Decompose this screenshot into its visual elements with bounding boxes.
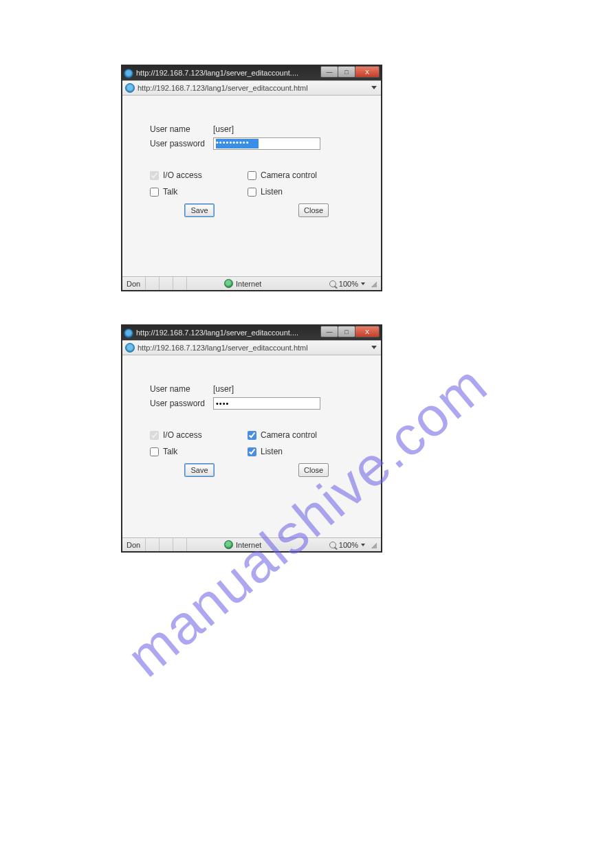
camera-control-check[interactable]: Camera control [248,430,317,440]
save-button[interactable]: Save [184,463,215,477]
listen-checkbox[interactable] [248,188,256,197]
status-zone: Internet [224,540,261,549]
minimize-button[interactable]: — [320,326,338,337]
zoom-dropdown-icon[interactable] [361,544,365,546]
zoom-value: 100% [339,541,358,549]
status-left-text: Don [122,277,146,290]
form-buttons: Save Close [150,463,367,477]
status-left-text: Don [122,538,146,551]
close-button[interactable]: Close [298,203,329,217]
window-controls: — □ X [321,326,380,337]
status-segments [146,277,187,290]
status-bar: Don Internet 100% [122,537,381,551]
save-button[interactable]: Save [184,203,215,217]
user-password-field-wrap: •••••••••• [213,137,320,150]
user-name-row: User name [user] [150,384,367,394]
zoom-control[interactable]: 100% [329,541,377,549]
talk-label: Talk [163,447,177,456]
address-url: http://192.168.7.123/lang1/server_editac… [138,344,308,352]
check-row-1: I/O access Camera control [150,170,367,180]
user-password-row: User password [150,397,367,410]
titlebar[interactable]: http://192.168.7.123/lang1/server_editac… [122,326,381,340]
browser-window-1: http://192.168.7.123/lang1/server_editac… [121,65,382,291]
listen-label: Listen [261,187,283,197]
status-zone: Internet [224,279,261,288]
user-password-input[interactable] [213,137,320,150]
user-name-label: User name [150,124,213,134]
titlebar[interactable]: http://192.168.7.123/lang1/server_editac… [122,66,381,80]
page-content: User name [user] User password •••••••••… [122,96,381,276]
talk-label: Talk [163,187,177,197]
user-password-label: User password [150,139,213,148]
close-button[interactable]: Close [298,463,329,477]
talk-check[interactable]: Talk [150,447,248,456]
form-buttons: Save Close [150,203,367,217]
user-password-input[interactable] [213,397,320,410]
zoom-dropdown-icon[interactable] [361,282,365,285]
globe-icon [224,279,233,288]
window-title: http://192.168.7.123/lang1/server_editac… [136,69,298,77]
magnifier-icon [329,542,336,548]
privileges-section: I/O access Camera control Talk Listen [150,170,367,197]
address-bar[interactable]: http://192.168.7.123/lang1/server_editac… [122,80,381,96]
io-access-checkbox[interactable] [150,431,159,440]
magnifier-icon [329,280,336,287]
privileges-section: I/O access Camera control Talk Listen [150,430,367,456]
io-access-check[interactable]: I/O access [150,170,248,180]
resize-grip-icon[interactable] [370,280,377,287]
resize-grip-icon[interactable] [370,542,377,548]
camera-control-label: Camera control [261,170,317,180]
listen-checkbox[interactable] [248,447,256,456]
listen-label: Listen [261,447,283,456]
camera-control-label: Camera control [261,430,317,440]
globe-icon [224,540,233,549]
ie-page-icon [125,343,135,353]
status-zone-text: Internet [236,541,261,549]
zoom-value: 100% [339,280,358,288]
camera-control-checkbox[interactable] [248,431,256,440]
listen-check[interactable]: Listen [248,447,283,456]
address-dropdown-icon[interactable] [371,346,377,349]
io-access-checkbox[interactable] [150,171,159,180]
maximize-button[interactable]: □ [338,66,355,78]
talk-checkbox[interactable] [150,188,159,197]
user-password-label: User password [150,399,213,408]
listen-check[interactable]: Listen [248,187,283,197]
status-zone-text: Internet [236,280,261,288]
browser-window-2: http://192.168.7.123/lang1/server_editac… [121,324,382,553]
ie-logo-icon [124,69,133,78]
window-controls: — □ X [321,66,380,78]
ie-page-icon [125,83,135,93]
close-window-button[interactable]: X [355,326,380,337]
status-bar: Don Internet 100% [122,276,381,290]
maximize-button[interactable]: □ [338,326,355,337]
user-name-value: [user] [213,124,234,134]
talk-checkbox[interactable] [150,447,159,456]
page-content: User name [user] User password I/O acces… [122,355,381,537]
io-access-check[interactable]: I/O access [150,430,248,440]
ie-logo-icon [124,329,133,338]
address-dropdown-icon[interactable] [371,86,377,89]
status-segments [146,538,187,551]
user-password-row: User password •••••••••• [150,137,367,150]
camera-control-checkbox[interactable] [248,171,256,180]
address-url: http://192.168.7.123/lang1/server_editac… [138,84,308,92]
user-name-value: [user] [213,384,234,394]
check-row-2: Talk Listen [150,447,367,456]
io-access-label: I/O access [163,170,202,180]
address-bar[interactable]: http://192.168.7.123/lang1/server_editac… [122,340,381,355]
user-name-row: User name [user] [150,124,367,134]
check-row-1: I/O access Camera control [150,430,367,440]
user-name-label: User name [150,384,213,394]
talk-check[interactable]: Talk [150,187,248,197]
close-window-button[interactable]: X [355,66,380,78]
window-title: http://192.168.7.123/lang1/server_editac… [136,329,298,337]
io-access-label: I/O access [163,430,202,440]
check-row-2: Talk Listen [150,187,367,197]
zoom-control[interactable]: 100% [329,280,377,288]
minimize-button[interactable]: — [320,66,338,78]
camera-control-check[interactable]: Camera control [248,170,317,180]
